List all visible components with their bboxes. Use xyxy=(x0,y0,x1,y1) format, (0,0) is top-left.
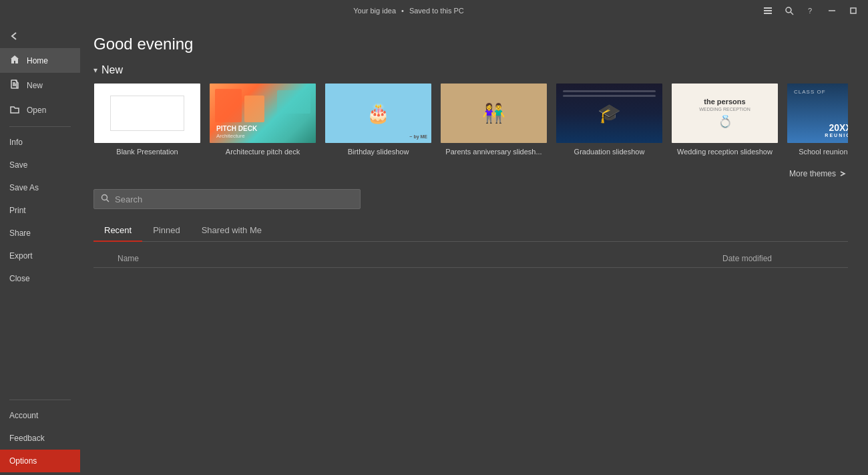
template-arch[interactable]: PITCH DECK Architecture Architecture pit… xyxy=(209,83,316,156)
sidebar-label-open: Open xyxy=(27,106,46,115)
sidebar-bottom-divider xyxy=(9,400,71,400)
minimize-button[interactable] xyxy=(823,1,841,20)
search-icon[interactable] xyxy=(780,1,799,20)
greeting: Good evening xyxy=(93,35,848,53)
help-icon[interactable]: ? xyxy=(801,1,820,20)
files-header: Name Date modified xyxy=(93,250,848,268)
school-preview: CLASS OF 20XX REUNION xyxy=(787,84,848,143)
template-label-parents: Parents anniversary slidesh... xyxy=(440,148,548,156)
sidebar-item-options[interactable]: Options xyxy=(0,450,80,472)
parents-emoji: 👫 xyxy=(482,102,505,124)
graduation-lines xyxy=(563,90,656,100)
template-thumb-graduation[interactable]: 🎓 xyxy=(556,83,663,144)
titlebar: Your big idea • Saved to this PC ? xyxy=(0,0,868,21)
sidebar-item-open[interactable]: Open xyxy=(0,98,80,122)
main-layout: Home New Open Info Save xyxy=(0,21,868,475)
blank-preview xyxy=(94,84,200,143)
svg-line-4 xyxy=(791,12,793,15)
birthday-preview: 🎂 ~ by ME xyxy=(325,84,431,143)
template-parents[interactable]: 👫 Parents anniversary slidesh... xyxy=(440,83,548,156)
search-container xyxy=(93,189,848,209)
wedding-preview: the persons WEDDING RECEPTION 💍 xyxy=(672,84,778,143)
document-name: Your big idea xyxy=(353,7,396,15)
wedding-sub-text: WEDDING RECEPTION xyxy=(699,107,750,112)
template-label-wedding: Wedding reception slideshow xyxy=(671,148,779,156)
template-thumb-school[interactable]: CLASS OF 20XX REUNION xyxy=(787,83,848,144)
tab-shared[interactable]: Shared with Me xyxy=(191,220,272,242)
sidebar-label-home: Home xyxy=(27,56,48,65)
restore-button[interactable] xyxy=(844,1,863,20)
svg-rect-1 xyxy=(764,10,772,11)
sidebar-label-saveas: Save As xyxy=(9,183,39,192)
svg-rect-2 xyxy=(764,13,772,14)
template-wedding[interactable]: the persons WEDDING RECEPTION 💍 Wedding … xyxy=(671,83,779,156)
back-button[interactable] xyxy=(0,24,80,48)
new-section-title: New xyxy=(101,64,123,76)
graduation-preview: 🎓 xyxy=(556,84,662,143)
files-header-date-col: Date modified xyxy=(722,254,843,263)
home-icon xyxy=(9,55,20,66)
sidebar-label-print: Print xyxy=(9,206,26,215)
template-thumb-arch[interactable]: PITCH DECK Architecture xyxy=(209,83,316,144)
sidebar-item-feedback[interactable]: Feedback xyxy=(0,427,80,450)
school-year-text: 20XX REUNION xyxy=(825,122,848,138)
sidebar-item-account[interactable]: Account xyxy=(0,404,80,427)
template-thumb-birthday[interactable]: 🎂 ~ by ME xyxy=(324,83,432,144)
sidebar-item-new[interactable]: New xyxy=(0,73,80,98)
search-bar xyxy=(93,189,361,209)
sidebar-item-home[interactable]: Home xyxy=(0,48,80,73)
template-blank[interactable]: Blank Presentation xyxy=(93,83,201,156)
ribbon-icon[interactable] xyxy=(758,1,777,20)
sidebar-item-saveas[interactable]: Save As xyxy=(0,176,80,199)
school-year-number: 20XX xyxy=(825,122,848,133)
graduation-emoji: 🎓 xyxy=(598,102,621,124)
template-label-arch: Architecture pitch deck xyxy=(209,148,316,156)
template-label-graduation: Graduation slideshow xyxy=(556,148,663,156)
sidebar-item-close[interactable]: Close xyxy=(0,267,80,290)
more-themes-arrow-icon xyxy=(839,169,848,178)
template-label-school: School reunion slideshow xyxy=(787,148,848,156)
template-birthday[interactable]: 🎂 ~ by ME Birthday slideshow xyxy=(324,83,432,156)
new-chevron-icon[interactable]: ▾ xyxy=(93,65,97,75)
wedding-emoji: 💍 xyxy=(699,114,750,129)
tab-pinned[interactable]: Pinned xyxy=(142,220,190,242)
parents-preview: 👫 xyxy=(441,84,547,143)
sidebar-label-save: Save xyxy=(9,160,27,170)
birthday-emoji: 🎂 xyxy=(367,102,390,124)
sidebar-label-new: New xyxy=(27,81,43,90)
titlebar-controls: ? xyxy=(758,1,863,20)
wedding-content-block: the persons WEDDING RECEPTION 💍 xyxy=(699,98,750,129)
sidebar-label-share: Share xyxy=(9,228,31,238)
content-area: Good evening ▾ New Blank Presentation xyxy=(80,21,868,475)
svg-rect-0 xyxy=(764,7,772,9)
sidebar-item-export[interactable]: Export xyxy=(0,245,80,267)
sidebar-bottom: Account Feedback Options xyxy=(0,395,80,475)
svg-point-13 xyxy=(102,195,107,200)
wedding-title-text: the persons xyxy=(699,98,750,106)
sidebar-label-options: Options xyxy=(9,456,37,466)
grad-line-2 xyxy=(563,95,656,97)
tab-recent[interactable]: Recent xyxy=(93,220,142,242)
search-input[interactable] xyxy=(115,194,353,204)
svg-text:?: ? xyxy=(808,7,812,15)
template-thumb-blank[interactable] xyxy=(93,83,201,144)
template-thumb-wedding[interactable]: the persons WEDDING RECEPTION 💍 xyxy=(671,83,779,144)
more-themes-link[interactable]: More themes xyxy=(789,169,848,178)
template-graduation[interactable]: 🎓 Graduation slideshow xyxy=(556,83,663,156)
sidebar-item-print[interactable]: Print xyxy=(0,199,80,222)
sidebar-nav: Home New Open Info Save xyxy=(0,48,80,395)
sidebar-item-info[interactable]: Info xyxy=(0,131,80,154)
titlebar-info: Your big idea • Saved to this PC xyxy=(353,7,464,15)
new-section-header: ▾ New xyxy=(93,64,848,76)
search-glass-icon xyxy=(101,194,110,202)
template-thumb-parents[interactable]: 👫 xyxy=(440,83,548,144)
template-label-birthday: Birthday slideshow xyxy=(324,148,432,156)
template-school[interactable]: CLASS OF 20XX REUNION School reunion sli… xyxy=(787,83,848,156)
arch-subtitle-text: Architecture xyxy=(216,133,245,139)
save-status: Saved to this PC xyxy=(409,7,464,15)
open-icon xyxy=(9,104,20,116)
sidebar-item-save[interactable]: Save xyxy=(0,154,80,176)
sidebar-item-share[interactable]: Share xyxy=(0,222,80,245)
sidebar-label-info: Info xyxy=(9,138,23,147)
sidebar-label-account: Account xyxy=(9,411,38,420)
